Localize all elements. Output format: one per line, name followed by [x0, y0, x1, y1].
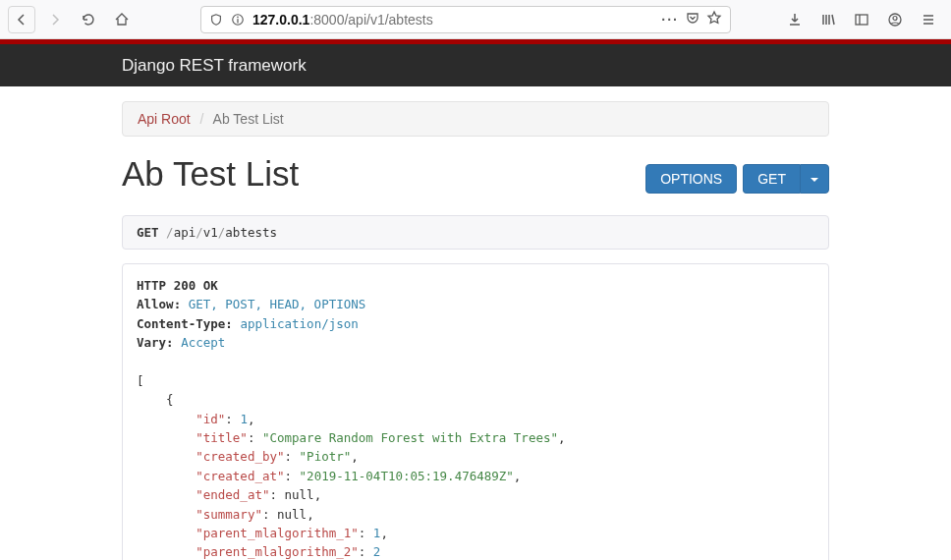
library-icon — [820, 12, 836, 28]
url-rest: :8000/api/v1/abtests — [309, 12, 432, 28]
downloads-button[interactable] — [780, 6, 810, 33]
breadcrumb: Api Root / Ab Test List — [122, 101, 829, 137]
page-header: Ab Test List OPTIONS GET — [122, 154, 829, 203]
response-panel: HTTP 200 OK Allow: GET, POST, HEAD, OPTI… — [122, 263, 829, 560]
hamburger-icon — [921, 12, 936, 28]
breadcrumb-root-link[interactable]: Api Root — [138, 111, 191, 127]
account-icon — [887, 12, 903, 28]
page-actions-icon[interactable]: ··· — [661, 12, 679, 28]
json-val-title: "Compare Random Forest with Extra Trees" — [262, 430, 558, 445]
shield-icon — [209, 13, 223, 27]
json-val-created-by: "Piotr" — [300, 449, 352, 464]
request-method: GET — [137, 225, 159, 240]
pocket-icon[interactable] — [685, 10, 700, 28]
allow-value: GET, POST, HEAD, OPTIONS — [189, 297, 366, 311]
svg-point-1 — [237, 16, 239, 18]
arrow-right-icon — [47, 12, 63, 28]
svg-rect-2 — [237, 19, 238, 23]
url-bar[interactable]: 127.0.0.1:8000/api/v1/abtests ··· — [200, 6, 731, 33]
vary-label: Vary: — [137, 335, 174, 350]
sidebar-icon — [854, 12, 869, 28]
json-val-created-at: "2019-11-04T10:05:19.476489Z" — [300, 469, 514, 483]
json-key-created-by: "created_by" — [196, 449, 284, 464]
json-key-pma1: "parent_mlalgorithm_1" — [196, 526, 359, 540]
json-val-id: 1 — [240, 412, 248, 426]
info-icon — [231, 13, 245, 27]
json-key-id: "id" — [196, 412, 225, 426]
breadcrumb-current: Ab Test List — [213, 111, 284, 127]
json-val-pma2: 2 — [373, 544, 381, 559]
chrome-right-controls — [780, 6, 943, 33]
get-dropdown-toggle[interactable] — [800, 164, 829, 194]
reload-icon — [81, 12, 96, 28]
allow-label: Allow: — [137, 297, 181, 311]
account-button[interactable] — [880, 6, 910, 33]
get-button-group: GET — [743, 164, 829, 194]
json-key-summary: "summary" — [196, 507, 262, 522]
content-type-value: application/json — [240, 316, 358, 331]
json-key-pma2: "parent_mlalgorithm_2" — [196, 544, 359, 559]
breadcrumb-sep: / — [200, 111, 204, 127]
sidebar-button[interactable] — [847, 6, 876, 33]
library-button[interactable] — [813, 6, 843, 33]
urlbar-actions: ··· — [661, 10, 722, 28]
json-val-ended-at: null — [285, 487, 314, 502]
status-line: HTTP 200 OK — [137, 278, 218, 293]
json-key-created-at: "created_at" — [196, 469, 284, 483]
download-icon — [787, 12, 803, 28]
svg-point-6 — [893, 16, 897, 20]
url-text: 127.0.0.1:8000/api/v1/abtests — [252, 12, 653, 28]
main-container: Api Root / Ab Test List Ab Test List OPT… — [122, 86, 829, 560]
reload-button[interactable] — [75, 6, 102, 33]
options-button[interactable]: OPTIONS — [645, 164, 737, 194]
home-button[interactable] — [108, 6, 136, 33]
menu-button[interactable] — [914, 6, 943, 33]
json-key-ended-at: "ended_at" — [196, 487, 269, 502]
json-key-title: "title" — [196, 430, 248, 445]
path-seg-0: api — [174, 225, 196, 240]
path-seg-1: v1 — [203, 225, 218, 240]
chevron-down-icon — [811, 178, 818, 182]
path-seg-2: abtests — [225, 225, 277, 240]
browser-chrome: 127.0.0.1:8000/api/v1/abtests ··· — [0, 0, 951, 39]
forward-button — [41, 6, 69, 33]
url-host: 127.0.0.1 — [252, 12, 309, 28]
request-bar: GET /api/v1/abtests — [122, 215, 829, 250]
page-title: Ab Test List — [122, 154, 299, 194]
bookmark-icon[interactable] — [706, 10, 722, 28]
action-buttons: OPTIONS GET — [645, 164, 829, 194]
content-type-label: Content-Type: — [137, 316, 233, 331]
back-button[interactable] — [8, 6, 35, 33]
navbar: Django REST framework — [0, 44, 951, 86]
home-icon — [114, 12, 130, 28]
svg-rect-3 — [856, 15, 867, 25]
get-button[interactable]: GET — [743, 164, 800, 194]
arrow-left-icon — [14, 12, 29, 28]
json-val-summary: null — [277, 507, 307, 522]
vary-value: Accept — [181, 335, 225, 350]
brand-label[interactable]: Django REST framework — [122, 56, 307, 75]
